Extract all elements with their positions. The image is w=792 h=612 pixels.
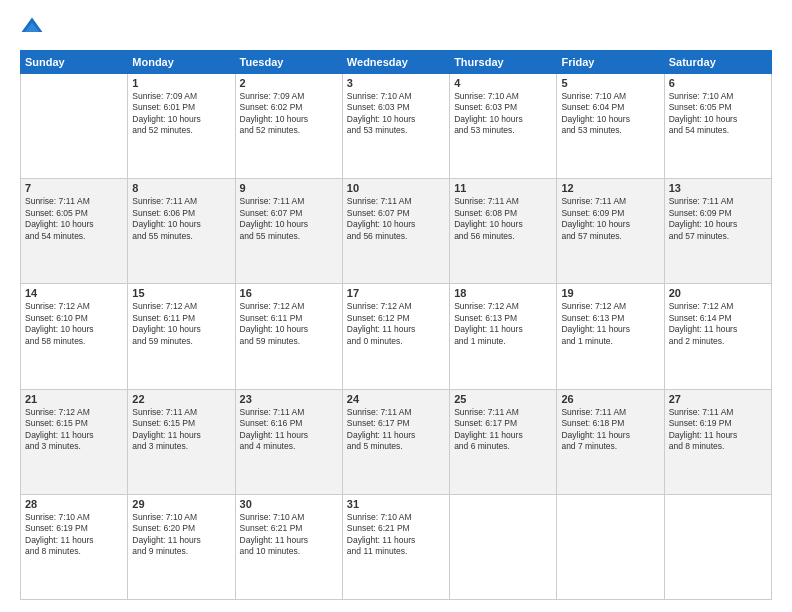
day-number: 1 [132, 77, 230, 89]
day-number: 22 [132, 393, 230, 405]
day-number: 12 [561, 182, 659, 194]
day-info: Sunrise: 7:11 AMSunset: 6:09 PMDaylight:… [561, 196, 659, 242]
day-number: 9 [240, 182, 338, 194]
day-info: Sunrise: 7:11 AMSunset: 6:07 PMDaylight:… [347, 196, 445, 242]
table-row: 5Sunrise: 7:10 AMSunset: 6:04 PMDaylight… [557, 74, 664, 179]
day-info: Sunrise: 7:10 AMSunset: 6:04 PMDaylight:… [561, 91, 659, 137]
day-info: Sunrise: 7:11 AMSunset: 6:16 PMDaylight:… [240, 407, 338, 453]
day-number: 19 [561, 287, 659, 299]
table-row: 20Sunrise: 7:12 AMSunset: 6:14 PMDayligh… [664, 284, 771, 389]
day-info: Sunrise: 7:10 AMSunset: 6:03 PMDaylight:… [347, 91, 445, 137]
calendar-table: Sunday Monday Tuesday Wednesday Thursday… [20, 50, 772, 600]
day-number: 14 [25, 287, 123, 299]
day-number: 24 [347, 393, 445, 405]
day-number: 11 [454, 182, 552, 194]
table-row [664, 494, 771, 599]
day-number: 20 [669, 287, 767, 299]
table-row: 1Sunrise: 7:09 AMSunset: 6:01 PMDaylight… [128, 74, 235, 179]
day-number: 6 [669, 77, 767, 89]
day-number: 8 [132, 182, 230, 194]
day-info: Sunrise: 7:12 AMSunset: 6:15 PMDaylight:… [25, 407, 123, 453]
day-info: Sunrise: 7:11 AMSunset: 6:15 PMDaylight:… [132, 407, 230, 453]
table-row: 30Sunrise: 7:10 AMSunset: 6:21 PMDayligh… [235, 494, 342, 599]
calendar-week-row: 28Sunrise: 7:10 AMSunset: 6:19 PMDayligh… [21, 494, 772, 599]
table-row: 28Sunrise: 7:10 AMSunset: 6:19 PMDayligh… [21, 494, 128, 599]
day-info: Sunrise: 7:10 AMSunset: 6:03 PMDaylight:… [454, 91, 552, 137]
table-row [450, 494, 557, 599]
day-number: 29 [132, 498, 230, 510]
table-row: 8Sunrise: 7:11 AMSunset: 6:06 PMDaylight… [128, 179, 235, 284]
day-info: Sunrise: 7:11 AMSunset: 6:05 PMDaylight:… [25, 196, 123, 242]
header-row: Sunday Monday Tuesday Wednesday Thursday… [21, 51, 772, 74]
day-info: Sunrise: 7:10 AMSunset: 6:20 PMDaylight:… [132, 512, 230, 558]
day-number: 18 [454, 287, 552, 299]
header [20, 16, 772, 40]
table-row [557, 494, 664, 599]
day-info: Sunrise: 7:11 AMSunset: 6:17 PMDaylight:… [454, 407, 552, 453]
table-row: 23Sunrise: 7:11 AMSunset: 6:16 PMDayligh… [235, 389, 342, 494]
day-info: Sunrise: 7:10 AMSunset: 6:21 PMDaylight:… [347, 512, 445, 558]
day-number: 30 [240, 498, 338, 510]
table-row: 4Sunrise: 7:10 AMSunset: 6:03 PMDaylight… [450, 74, 557, 179]
day-info: Sunrise: 7:10 AMSunset: 6:21 PMDaylight:… [240, 512, 338, 558]
col-saturday: Saturday [664, 51, 771, 74]
day-info: Sunrise: 7:11 AMSunset: 6:19 PMDaylight:… [669, 407, 767, 453]
day-info: Sunrise: 7:09 AMSunset: 6:02 PMDaylight:… [240, 91, 338, 137]
day-info: Sunrise: 7:09 AMSunset: 6:01 PMDaylight:… [132, 91, 230, 137]
table-row: 25Sunrise: 7:11 AMSunset: 6:17 PMDayligh… [450, 389, 557, 494]
table-row: 13Sunrise: 7:11 AMSunset: 6:09 PMDayligh… [664, 179, 771, 284]
day-number: 26 [561, 393, 659, 405]
table-row: 22Sunrise: 7:11 AMSunset: 6:15 PMDayligh… [128, 389, 235, 494]
day-info: Sunrise: 7:11 AMSunset: 6:08 PMDaylight:… [454, 196, 552, 242]
day-info: Sunrise: 7:11 AMSunset: 6:06 PMDaylight:… [132, 196, 230, 242]
col-thursday: Thursday [450, 51, 557, 74]
page: Sunday Monday Tuesday Wednesday Thursday… [0, 0, 792, 612]
day-number: 27 [669, 393, 767, 405]
table-row: 7Sunrise: 7:11 AMSunset: 6:05 PMDaylight… [21, 179, 128, 284]
day-number: 21 [25, 393, 123, 405]
day-info: Sunrise: 7:11 AMSunset: 6:17 PMDaylight:… [347, 407, 445, 453]
col-monday: Monday [128, 51, 235, 74]
day-number: 28 [25, 498, 123, 510]
day-info: Sunrise: 7:11 AMSunset: 6:07 PMDaylight:… [240, 196, 338, 242]
day-number: 4 [454, 77, 552, 89]
calendar-week-row: 1Sunrise: 7:09 AMSunset: 6:01 PMDaylight… [21, 74, 772, 179]
day-info: Sunrise: 7:12 AMSunset: 6:14 PMDaylight:… [669, 301, 767, 347]
day-number: 13 [669, 182, 767, 194]
day-info: Sunrise: 7:10 AMSunset: 6:19 PMDaylight:… [25, 512, 123, 558]
table-row: 6Sunrise: 7:10 AMSunset: 6:05 PMDaylight… [664, 74, 771, 179]
table-row: 10Sunrise: 7:11 AMSunset: 6:07 PMDayligh… [342, 179, 449, 284]
day-info: Sunrise: 7:10 AMSunset: 6:05 PMDaylight:… [669, 91, 767, 137]
day-number: 17 [347, 287, 445, 299]
day-number: 7 [25, 182, 123, 194]
day-number: 2 [240, 77, 338, 89]
day-info: Sunrise: 7:12 AMSunset: 6:10 PMDaylight:… [25, 301, 123, 347]
table-row: 16Sunrise: 7:12 AMSunset: 6:11 PMDayligh… [235, 284, 342, 389]
logo [20, 16, 46, 40]
table-row: 21Sunrise: 7:12 AMSunset: 6:15 PMDayligh… [21, 389, 128, 494]
col-wednesday: Wednesday [342, 51, 449, 74]
day-number: 15 [132, 287, 230, 299]
day-number: 25 [454, 393, 552, 405]
calendar-week-row: 21Sunrise: 7:12 AMSunset: 6:15 PMDayligh… [21, 389, 772, 494]
logo-icon [20, 16, 44, 40]
day-number: 31 [347, 498, 445, 510]
day-info: Sunrise: 7:12 AMSunset: 6:13 PMDaylight:… [561, 301, 659, 347]
day-number: 10 [347, 182, 445, 194]
day-number: 23 [240, 393, 338, 405]
table-row: 17Sunrise: 7:12 AMSunset: 6:12 PMDayligh… [342, 284, 449, 389]
day-info: Sunrise: 7:11 AMSunset: 6:09 PMDaylight:… [669, 196, 767, 242]
table-row: 24Sunrise: 7:11 AMSunset: 6:17 PMDayligh… [342, 389, 449, 494]
table-row: 14Sunrise: 7:12 AMSunset: 6:10 PMDayligh… [21, 284, 128, 389]
table-row: 27Sunrise: 7:11 AMSunset: 6:19 PMDayligh… [664, 389, 771, 494]
calendar-week-row: 14Sunrise: 7:12 AMSunset: 6:10 PMDayligh… [21, 284, 772, 389]
day-number: 5 [561, 77, 659, 89]
table-row: 26Sunrise: 7:11 AMSunset: 6:18 PMDayligh… [557, 389, 664, 494]
day-info: Sunrise: 7:12 AMSunset: 6:13 PMDaylight:… [454, 301, 552, 347]
table-row: 2Sunrise: 7:09 AMSunset: 6:02 PMDaylight… [235, 74, 342, 179]
col-sunday: Sunday [21, 51, 128, 74]
table-row: 29Sunrise: 7:10 AMSunset: 6:20 PMDayligh… [128, 494, 235, 599]
table-row: 3Sunrise: 7:10 AMSunset: 6:03 PMDaylight… [342, 74, 449, 179]
day-info: Sunrise: 7:12 AMSunset: 6:11 PMDaylight:… [240, 301, 338, 347]
day-info: Sunrise: 7:12 AMSunset: 6:12 PMDaylight:… [347, 301, 445, 347]
